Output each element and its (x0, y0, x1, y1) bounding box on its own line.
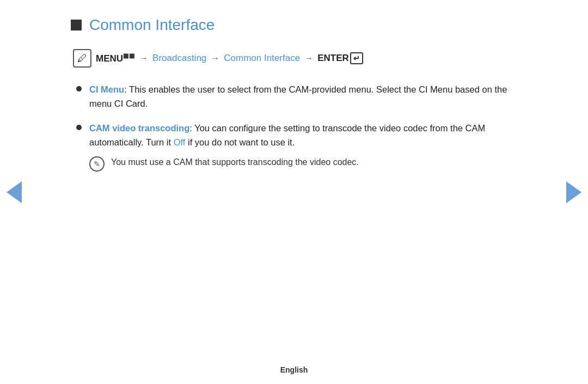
bullet-2-content: CAM video transcoding: You can configure… (89, 121, 517, 172)
breadcrumb: 🖊 MENU▦▦ → Broadcasting → Common Interfa… (73, 49, 517, 68)
arrow-1: → (139, 53, 148, 63)
footer-language: English (280, 365, 308, 374)
bullet-list: CI Menu: This enables the user to select… (76, 83, 517, 172)
note-icon: ✎ (89, 156, 105, 172)
bullet-dot-icon (76, 125, 82, 130)
off-word: Off (174, 137, 186, 147)
page-title: Common Interface (89, 16, 215, 34)
list-item: CAM video transcoding: You can configure… (76, 121, 517, 172)
bullet-1-content: CI Menu: This enables the user to select… (89, 83, 517, 111)
bullet-dot-icon (76, 86, 82, 92)
menu-icon: 🖊 (73, 49, 91, 68)
menu-hand-icon: 🖊 (77, 53, 87, 64)
page-title-row: Common Interface (71, 16, 517, 34)
list-item: CI Menu: This enables the user to select… (76, 83, 517, 111)
arrow-3: → (304, 53, 313, 63)
term-ci-menu: CI Menu (89, 84, 124, 94)
ci-menu-description: This enables the user to select from the… (89, 84, 507, 108)
nav-left-button[interactable] (7, 181, 22, 203)
menu-label: MENU▦▦ (96, 52, 135, 64)
term-cam-transcoding: CAM video transcoding (89, 123, 189, 133)
arrow-2: → (211, 53, 219, 63)
note-text: You must use a CAM that supports transco… (111, 156, 359, 169)
cam-desc-after: if you do not want to use it. (185, 137, 295, 147)
note-row: ✎ You must use a CAM that supports trans… (89, 156, 517, 172)
nav-right-button[interactable] (566, 181, 581, 203)
breadcrumb-common-interface[interactable]: Common Interface (224, 53, 300, 64)
breadcrumb-broadcasting[interactable]: Broadcasting (152, 53, 206, 64)
enter-label: ENTER↵ (317, 52, 363, 64)
title-square-icon (71, 20, 82, 31)
main-content: Common Interface 🖊 MENU▦▦ → Broadcasting… (27, 0, 561, 199)
enter-box-icon: ↵ (350, 52, 363, 64)
